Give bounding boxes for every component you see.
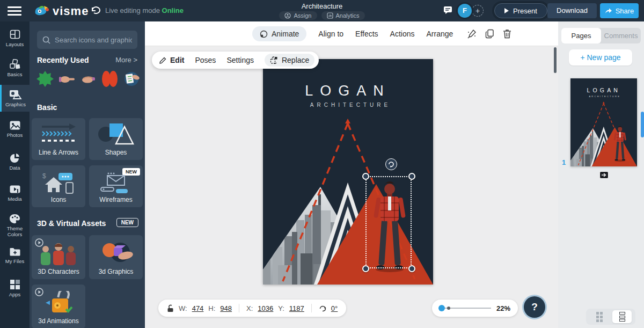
card-wireframes[interactable]: NEW Wireframes — [89, 165, 143, 207]
card-icons[interactable]: $ Icons — [32, 165, 85, 207]
rail-label: Apps — [9, 291, 21, 297]
selection-box[interactable] — [365, 176, 412, 268]
y-value[interactable]: 1187 — [289, 304, 304, 312]
poster-page[interactable] — [263, 59, 433, 285]
recent-graphic-red-blob[interactable] — [100, 70, 119, 88]
tab-comments[interactable]: Comments — [601, 28, 641, 43]
3d-animations-icon — [38, 291, 79, 317]
rotate-handle[interactable] — [385, 158, 397, 170]
user-avatar[interactable]: F — [458, 4, 472, 18]
pages-panel: Pages Comments + New page 1 — [558, 21, 644, 328]
play-icon — [504, 8, 509, 13]
sidebar-item-theme-colors[interactable]: Theme Colors — [0, 213, 30, 237]
share-button[interactable]: Share — [600, 3, 639, 18]
present-button[interactable]: Present — [494, 3, 547, 18]
recently-used-heading: Recently Used — [37, 56, 89, 64]
selection-handle-top-right[interactable] — [408, 173, 415, 180]
3d-characters-icon — [38, 243, 79, 267]
selection-handle-bottom-right[interactable] — [408, 265, 415, 272]
search-input[interactable] — [55, 36, 132, 44]
sidebar-item-data[interactable]: Data — [0, 151, 30, 171]
rail-label: Media — [8, 196, 22, 202]
advance-slide-icon[interactable] — [599, 171, 609, 179]
project-title[interactable]: Architeacture — [241, 2, 402, 10]
card-label: 3D Characters — [32, 268, 85, 275]
align-to-button[interactable]: Align to — [318, 30, 343, 38]
selection-handle-top-left[interactable] — [362, 173, 369, 180]
selection-handle-bottom-left[interactable] — [362, 265, 369, 272]
assets-new-badge: NEW — [116, 218, 138, 227]
recent-graphic-hand[interactable] — [79, 70, 97, 88]
present-label: Present — [513, 7, 537, 15]
edit-button[interactable]: Edit — [159, 56, 184, 64]
assign-button[interactable]: Assign — [279, 11, 317, 20]
card-3d-animations[interactable]: 3d Animations — [32, 285, 85, 328]
animate-icon — [260, 30, 268, 38]
sidebar-item-media[interactable]: Media — [0, 184, 30, 202]
more-link[interactable]: More > — [115, 56, 137, 64]
card-line-arrows[interactable]: Line & Arrows — [32, 118, 85, 160]
canvas-area[interactable]: Edit Poses Settings Replace W: 474 H: — [145, 46, 558, 328]
basics-icon — [9, 59, 21, 70]
grid-view-icon — [596, 312, 603, 322]
delete-icon[interactable] — [503, 29, 511, 39]
sidebar-item-my-files[interactable]: My Files — [0, 246, 30, 264]
pencil-icon — [159, 57, 166, 64]
animate-button[interactable]: Animate — [252, 26, 306, 41]
rail-label: My Files — [5, 258, 24, 264]
replace-button[interactable]: Replace — [265, 54, 314, 67]
analytics-button[interactable]: Analytics — [321, 11, 365, 20]
rail-label: Layouts — [6, 41, 24, 47]
theme-colors-icon — [9, 214, 20, 224]
sidebar-item-apps[interactable]: Apps — [0, 278, 30, 297]
download-button[interactable]: Download — [547, 3, 597, 18]
undo-icon[interactable] — [90, 5, 101, 17]
list-view-button[interactable] — [612, 310, 632, 323]
share-label: Share — [616, 7, 634, 15]
hamburger-menu-icon[interactable] — [8, 6, 21, 18]
style-brush-icon[interactable] — [467, 29, 477, 39]
sidebar-item-basics[interactable]: Basics — [0, 58, 30, 77]
rotation-value[interactable]: 0° — [331, 304, 338, 312]
recent-graphic-green-burst[interactable] — [36, 70, 54, 88]
zoom-level[interactable]: 22% — [496, 304, 510, 312]
poses-button[interactable]: Poses — [195, 56, 216, 64]
share-icon — [605, 8, 612, 14]
new-page-button[interactable]: + New page — [569, 49, 632, 65]
tab-pages[interactable]: Pages — [561, 28, 601, 43]
zoom-slider-handle[interactable] — [438, 305, 445, 311]
sidebar-item-layouts[interactable]: Layouts — [0, 28, 30, 47]
online-badge: Online — [162, 6, 184, 14]
help-button[interactable]: ? — [524, 296, 545, 318]
actions-button[interactable]: Actions — [390, 30, 415, 38]
rotation-icon — [319, 305, 326, 312]
x-value[interactable]: 1036 — [258, 304, 273, 312]
page-thumbnail[interactable] — [570, 78, 637, 166]
pages-scrollbar[interactable] — [641, 112, 644, 137]
svg-text:$: $ — [42, 172, 46, 180]
card-shapes[interactable]: Shapes — [89, 118, 143, 160]
arrange-button[interactable]: Arrange — [427, 30, 453, 38]
visme-logo[interactable]: visme — [33, 4, 89, 19]
comments-icon[interactable] — [443, 6, 452, 17]
effects-button[interactable]: Effects — [355, 30, 378, 38]
graphics-panel: Recently Used More > Basic Line & Arrows… — [30, 21, 145, 328]
height-value[interactable]: 948 — [220, 304, 232, 312]
sidebar-item-photos[interactable]: Photos — [0, 119, 30, 138]
zoom-slider[interactable] — [440, 308, 491, 309]
card-3d-graphics[interactable]: 3d Graphics — [89, 235, 143, 279]
recent-graphic-checklist[interactable] — [122, 70, 140, 88]
rotate-icon — [388, 161, 394, 167]
sidebar-item-graphics[interactable]: Graphics — [0, 85, 30, 112]
search-bar[interactable] — [37, 31, 137, 49]
duplicate-icon[interactable] — [485, 29, 494, 39]
unlock-icon[interactable] — [167, 304, 174, 312]
card-3d-characters[interactable]: 3D Characters — [32, 235, 85, 279]
settings-button[interactable]: Settings — [226, 56, 254, 64]
width-value[interactable]: 474 — [192, 304, 204, 312]
canvas-vertical-scrollbar[interactable] — [554, 47, 557, 73]
add-collaborator-button[interactable]: + — [472, 5, 484, 17]
grid-view-button[interactable] — [590, 310, 609, 323]
basic-heading: Basic — [37, 103, 57, 112]
recent-graphic-pointing-hand[interactable] — [57, 70, 76, 88]
